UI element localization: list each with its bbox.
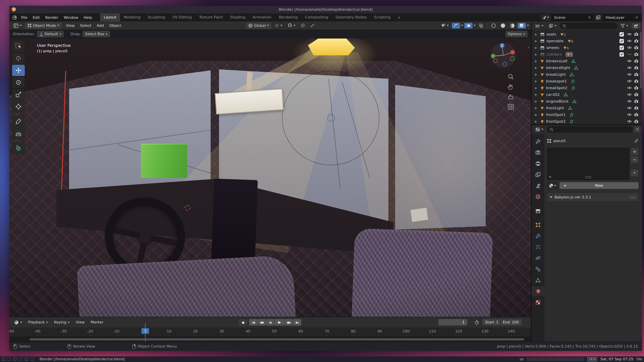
keyboard-layout-indicator[interactable]: us: [520, 357, 524, 361]
properties-tab-output[interactable]: [532, 159, 544, 169]
hide-eye-toggle[interactable]: [626, 66, 632, 70]
camera-visibility-toggle[interactable]: [633, 52, 639, 56]
camera-visibility-toggle[interactable]: [633, 39, 639, 43]
workspace-tab-modeling[interactable]: Modeling: [120, 13, 144, 21]
collection-checkbox[interactable]: [619, 39, 625, 43]
timeline-scrollbar[interactable]: [30, 338, 524, 341]
workspace-icon[interactable]: [19, 358, 22, 361]
menu-edit[interactable]: Edit: [30, 14, 42, 21]
browse-material-button[interactable]: [547, 182, 558, 189]
hide-eye-toggle[interactable]: [626, 99, 632, 103]
object-visibility-dropdown[interactable]: [439, 23, 451, 28]
camera-visibility-toggle[interactable]: [633, 32, 639, 36]
babylon-addon-panel[interactable]: Babylon.js ver 3.3.1: [547, 193, 639, 201]
slot-expand-arrow[interactable]: ▶: [549, 175, 551, 178]
taskbar-clock[interactable]: Sat, 07 Sep 07:25: [600, 357, 633, 361]
camera-visibility-toggle[interactable]: [633, 113, 639, 117]
prev-frame-button[interactable]: ◀: [266, 319, 274, 325]
hide-eye-toggle[interactable]: [626, 93, 632, 97]
tool-rotate[interactable]: [12, 77, 25, 88]
camera-visibility-toggle[interactable]: [633, 106, 639, 110]
taskbar-window-button[interactable]: Blender [/home/amalie/Desktop/blender/ca…: [40, 357, 125, 361]
expand-arrow-icon[interactable]: ▶: [535, 86, 538, 89]
workspace-icon[interactable]: [8, 358, 11, 361]
play-button[interactable]: ▶: [274, 319, 284, 325]
outliner-row-breakspot1[interactable]: ▶ breakspot1: [532, 78, 642, 84]
outliner-editor-type-button[interactable]: [533, 23, 545, 29]
expand-arrow-icon[interactable]: ▶: [535, 46, 538, 49]
menu-help[interactable]: Help: [81, 14, 95, 21]
outliner-row-blinkersleft[interactable]: ▶ blinkersLeft: [532, 58, 642, 64]
properties-tab-world[interactable]: [532, 192, 544, 202]
properties-tab-render[interactable]: [532, 147, 544, 158]
properties-tab-modifiers[interactable]: [532, 231, 544, 241]
viewport-3d[interactable]: User Perspective (1) prep | piece5: [9, 39, 531, 317]
frame-range-fields[interactable]: Start1 End100: [482, 319, 522, 325]
collection-checkbox[interactable]: [619, 52, 625, 57]
drag-dropdown[interactable]: Select Box: [83, 31, 110, 37]
workspace-tab-rendering[interactable]: Rendering: [275, 13, 301, 21]
tool-annotate[interactable]: [12, 116, 25, 127]
transform-orientation-dropdown[interactable]: Global: [246, 22, 271, 29]
hide-eye-toggle[interactable]: [626, 79, 632, 83]
workspace-tab-animation[interactable]: Animation: [249, 13, 275, 21]
timeline-menu-keying[interactable]: Keying: [51, 319, 72, 325]
shading-rendered-button[interactable]: [518, 23, 526, 28]
outliner-row-openable[interactable]: ▶ openable 6: [532, 38, 642, 44]
camera-visibility-toggle[interactable]: [633, 79, 639, 83]
outliner-row-frontspot1[interactable]: ▶ frontSpot1: [532, 111, 642, 118]
pin-icon[interactable]: [634, 138, 639, 143]
expand-arrow-icon[interactable]: ▶: [535, 66, 538, 69]
shading-material-button[interactable]: [508, 23, 517, 28]
properties-tab-scene[interactable]: [532, 181, 544, 191]
panel-drag-grip[interactable]: [629, 196, 636, 198]
outliner-row-car-002[interactable]: ▶ car.002: [532, 91, 642, 98]
outliner-item-name[interactable]: blinkersLeft: [546, 59, 568, 63]
outliner-item-name[interactable]: frontSpot1: [546, 113, 566, 117]
pivot-point-dropdown[interactable]: [273, 23, 284, 28]
outliner-item-name[interactable]: blinkersRight: [546, 66, 570, 70]
viewport-menu-select[interactable]: Select: [77, 22, 94, 29]
outliner-item-name[interactable]: wheels: [546, 46, 559, 50]
timeline-track-area[interactable]: [9, 337, 531, 342]
camera-visibility-toggle[interactable]: [633, 66, 639, 70]
hide-eye-toggle[interactable]: [626, 46, 632, 50]
outliner-row-seats[interactable]: ▶ seats 5: [532, 31, 642, 38]
camera-visibility-toggle[interactable]: [633, 59, 639, 63]
workspace-icon[interactable]: [25, 358, 28, 361]
pan-view-icon[interactable]: [507, 83, 514, 90]
title-bar[interactable]: Blender [/home/amalie/Desktop/blender/ca…: [9, 6, 642, 13]
show-overlays-toggle[interactable]: [464, 23, 473, 28]
outliner-row-colliders[interactable]: ▶ colliders 7: [532, 51, 642, 58]
timeline-menu-view[interactable]: View: [73, 319, 87, 325]
expand-arrow-icon[interactable]: ▶: [535, 113, 538, 116]
current-frame-indicator[interactable]: 1: [142, 328, 149, 334]
tool-transform[interactable]: [12, 101, 25, 112]
properties-tab-material[interactable]: [532, 286, 544, 296]
properties-search-field[interactable]: [547, 126, 633, 132]
properties-tab-physics[interactable]: [532, 253, 544, 263]
viewlayer-unlink-icon[interactable]: ✕: [635, 15, 638, 20]
outliner-item-name[interactable]: frontLight: [546, 106, 564, 110]
new-material-button[interactable]: +New: [559, 182, 639, 189]
jump-to-start-button[interactable]: |◀: [249, 319, 257, 325]
viewport-menu-view[interactable]: View: [63, 22, 77, 29]
new-collection-button[interactable]: [632, 23, 640, 29]
properties-tab-particles[interactable]: [532, 242, 544, 252]
options-dropdown[interactable]: Options: [505, 31, 528, 37]
properties-tab-object[interactable]: [532, 220, 544, 230]
workspace-tab-compositing[interactable]: Compositing: [302, 13, 332, 21]
show-gizmo-toggle[interactable]: [452, 23, 460, 28]
hide-eye-toggle[interactable]: [626, 52, 632, 56]
outliner-row-breakspot2[interactable]: ▶ breakSpot2: [532, 84, 642, 91]
resize-grip[interactable]: [585, 176, 592, 178]
workspace-tab-shading[interactable]: Shading: [227, 13, 249, 21]
camera-visibility-toggle[interactable]: [633, 93, 639, 97]
workspace-tab-scripting[interactable]: Scripting: [370, 13, 394, 21]
expand-arrow-icon[interactable]: ▶: [535, 93, 538, 96]
tool-select-box[interactable]: [12, 41, 25, 52]
use-preview-range-toggle[interactable]: [473, 319, 481, 325]
snap-toggle-button[interactable]: [286, 23, 298, 28]
outliner-row-wheels[interactable]: ▶ wheels 6: [532, 44, 642, 51]
hide-eye-toggle[interactable]: [626, 119, 632, 123]
